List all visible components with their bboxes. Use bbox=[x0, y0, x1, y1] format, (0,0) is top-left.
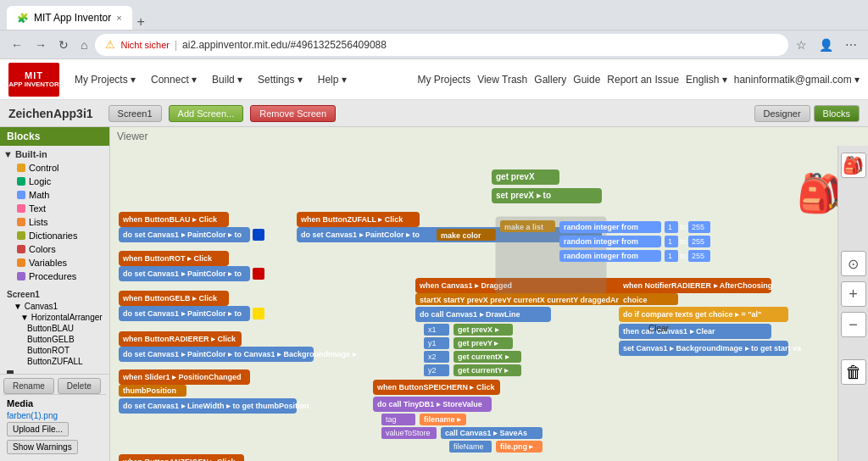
trash-btn[interactable]: 🗑 bbox=[841, 359, 866, 385]
nav-settings[interactable]: Settings ▾ bbox=[251, 70, 309, 89]
builtin-header[interactable]: ▼Built-in bbox=[0, 147, 109, 161]
svg-text:when ButtonANZEIGEN ▸ Click: when ButtonANZEIGEN ▸ Click bbox=[122, 458, 236, 461]
svg-text:call Canvas1 ▸ SaveAs: call Canvas1 ▸ SaveAs bbox=[445, 429, 527, 437]
back-btn[interactable]: ← bbox=[7, 36, 27, 53]
browser-tabs: 🧩 MIT App Inventor × + bbox=[7, 0, 150, 30]
rename-btn[interactable]: Rename bbox=[3, 378, 54, 394]
svg-text:when ButtonZUFALL ▸ Click: when ButtonZUFALL ▸ Click bbox=[300, 215, 403, 224]
blocks-canvas-svg: get prevX set prevX ▸ to when ButtonBLAU… bbox=[110, 159, 856, 461]
tree-buttonROT[interactable]: ButtonROT bbox=[3, 345, 106, 356]
delete-btn[interactable]: Delete bbox=[58, 378, 101, 394]
text-color bbox=[17, 204, 25, 213]
bookmark-btn[interactable]: ☆ bbox=[792, 36, 811, 53]
svg-text:when ButtonBLAU ▸ Click: when ButtonBLAU ▸ Click bbox=[122, 215, 218, 224]
sidebar-item-procedures[interactable]: Procedures bbox=[0, 269, 109, 283]
svg-text:get currentX ▸: get currentX ▸ bbox=[458, 353, 510, 361]
sidebar-item-lists[interactable]: Lists bbox=[0, 215, 109, 229]
procedures-color bbox=[17, 272, 25, 280]
nav-build[interactable]: Build ▾ bbox=[205, 70, 249, 89]
zoom-out-btn[interactable]: − bbox=[841, 312, 866, 337]
show-warnings-btn[interactable]: Show Warnings bbox=[7, 440, 78, 454]
builtin-section: ▼Built-in Control Logic Math Text bbox=[0, 146, 109, 285]
svg-text:255: 255 bbox=[692, 252, 704, 260]
svg-rect-18 bbox=[253, 308, 264, 319]
mit-nav-right: My Projects View Trash Gallery Guide Rep… bbox=[417, 74, 860, 86]
mit-logo-bottom: APP INVENTOR bbox=[8, 81, 59, 88]
nav-myprojects[interactable]: My Projects ▾ bbox=[68, 70, 142, 89]
svg-text:when ButtonRADIERER ▸ Click: when ButtonRADIERER ▸ Click bbox=[122, 335, 236, 343]
security-warning-text: Nicht sicher bbox=[120, 40, 169, 50]
svg-text:1: 1 bbox=[668, 252, 672, 260]
tree-horizontalArranger[interactable]: ▼ HorizontalArranger bbox=[3, 312, 106, 323]
svg-text:y1: y1 bbox=[428, 339, 437, 347]
sidebar-item-colors[interactable]: Colors bbox=[0, 242, 109, 256]
designer-btn[interactable]: Designer bbox=[754, 105, 810, 122]
screen1-btn[interactable]: Screen1 bbox=[108, 105, 162, 122]
logic-color bbox=[17, 177, 25, 186]
nav-connect[interactable]: Connect ▾ bbox=[144, 70, 203, 89]
svg-text:do set Canvas1 ▸ PaintColor ▸ : do set Canvas1 ▸ PaintColor ▸ to bbox=[123, 230, 242, 239]
header-report[interactable]: Report an Issue bbox=[607, 74, 679, 86]
tab-title: MIT App Inventor bbox=[34, 12, 111, 24]
sidebar-item-text[interactable]: Text bbox=[0, 202, 109, 215]
canvas-area[interactable]: get prevX set prevX ▸ to when ButtonBLAU… bbox=[110, 146, 868, 461]
right-toolbar: 🎒 ⊙ + − 🗑 bbox=[837, 146, 868, 461]
sidebar-scroll: ▼Built-in Control Logic Math Text bbox=[0, 146, 109, 374]
svg-text:thumbPosition: thumbPosition bbox=[123, 386, 176, 395]
svg-text:when Slider1 ▸ PositionChanged: when Slider1 ▸ PositionChanged bbox=[122, 373, 242, 381]
nav-help[interactable]: Help ▾ bbox=[311, 70, 353, 89]
media-file[interactable]: farben(1).png bbox=[7, 411, 103, 420]
svg-text:when NotifierRADIERER ▸ AfterC: when NotifierRADIERER ▸ AfterChoosing bbox=[622, 281, 772, 290]
svg-text:to: to bbox=[680, 237, 687, 246]
svg-text:do set Canvas1 ▸ LineWidth ▸ t: do set Canvas1 ▸ LineWidth ▸ to get thum… bbox=[123, 402, 309, 410]
sidebar-item-logic[interactable]: Logic bbox=[0, 175, 109, 188]
tree-buttonGELB[interactable]: ButtonGELB bbox=[3, 334, 106, 345]
upload-file-btn[interactable]: Upload File... bbox=[7, 422, 69, 436]
tree-canvas1[interactable]: ▼ Canvas1 bbox=[3, 301, 106, 312]
svg-text:choice: choice bbox=[623, 296, 648, 304]
svg-text:🎒: 🎒 bbox=[797, 171, 843, 215]
header-gallery[interactable]: Gallery bbox=[534, 74, 566, 86]
svg-text:do set Canvas1 ▸ PaintColor ▸ : do set Canvas1 ▸ PaintColor ▸ to bbox=[123, 309, 242, 318]
header-viewtrash[interactable]: View Trash bbox=[477, 74, 527, 86]
svg-text:file.png ▸: file.png ▸ bbox=[500, 442, 534, 451]
add-screen-btn[interactable]: Add Screen... bbox=[169, 105, 244, 122]
remove-screen-btn[interactable]: Remove Screen bbox=[250, 105, 336, 122]
header-myprojects[interactable]: My Projects bbox=[417, 74, 470, 86]
tree-buttonBLAU[interactable]: ButtonBLAU bbox=[3, 323, 106, 334]
sidebar-item-control[interactable]: Control bbox=[0, 161, 109, 175]
profile-btn[interactable]: 👤 bbox=[815, 36, 837, 53]
sidebar-item-dictionaries[interactable]: Dictionaries bbox=[0, 229, 109, 242]
svg-text:when ButtonROT ▸ Click: when ButtonROT ▸ Click bbox=[122, 254, 213, 263]
tree-buttonZUFALL[interactable]: ButtonZUFALL bbox=[3, 356, 106, 367]
svg-text:255: 255 bbox=[692, 237, 704, 246]
zoom-in-btn[interactable]: + bbox=[841, 281, 866, 307]
main-layout: Blocks ▼Built-in Control Logic Math bbox=[0, 127, 868, 461]
variables-color bbox=[17, 258, 25, 267]
blocks-btn[interactable]: Blocks bbox=[814, 105, 860, 122]
active-tab[interactable]: 🧩 MIT App Inventor × bbox=[7, 6, 132, 30]
menu-btn[interactable]: ⋯ bbox=[841, 36, 861, 53]
svg-text:1: 1 bbox=[668, 223, 672, 231]
home-btn[interactable]: ⌂ bbox=[76, 36, 92, 53]
svg-text:filename ▸: filename ▸ bbox=[424, 415, 462, 424]
header-guide[interactable]: Guide bbox=[573, 74, 600, 86]
header-user[interactable]: haninformatik@gmail.com ▾ bbox=[734, 74, 860, 86]
sidebar-item-variables[interactable]: Variables bbox=[0, 256, 109, 269]
svg-text:when ButtonSPEICHERN ▸ Click: when ButtonSPEICHERN ▸ Click bbox=[376, 383, 496, 392]
svg-text:255: 255 bbox=[692, 223, 704, 231]
zoom-target-btn[interactable]: ⊙ bbox=[841, 251, 866, 276]
svg-text:tag: tag bbox=[386, 415, 397, 424]
backpack-btn[interactable]: 🎒 bbox=[841, 153, 866, 178]
mit-logo-top: MIT bbox=[25, 70, 43, 81]
new-tab-btn[interactable]: + bbox=[132, 14, 150, 30]
address-bar[interactable]: ⚠ Nicht sicher | ai2.appinventor.mit.edu… bbox=[95, 34, 788, 56]
screen-title[interactable]: Screen1 bbox=[3, 288, 106, 301]
sidebar-item-math[interactable]: Math bbox=[0, 188, 109, 202]
header-language[interactable]: English ▾ bbox=[686, 74, 727, 86]
tab-close-btn[interactable]: × bbox=[116, 13, 121, 23]
refresh-btn[interactable]: ↻ bbox=[54, 36, 73, 53]
svg-text:1: 1 bbox=[668, 237, 672, 246]
forward-btn[interactable]: → bbox=[31, 36, 51, 53]
svg-text:do set Canvas1 ▸ PaintColor ▸ : do set Canvas1 ▸ PaintColor ▸ to bbox=[301, 230, 420, 239]
